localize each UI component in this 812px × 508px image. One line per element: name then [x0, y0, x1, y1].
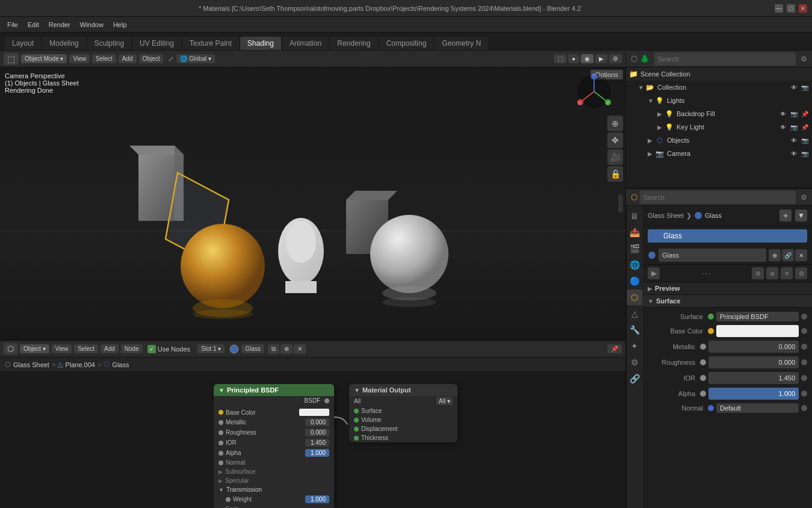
camera-item[interactable]: ▶ 📷 Camera 👁 📷	[626, 147, 812, 160]
maximize-button[interactable]: □	[787, 4, 795, 13]
viewport-3d[interactable]: Camera Perspective (1) Objects | Glass S…	[0, 67, 625, 339]
normal-prop-value[interactable]: Default	[716, 403, 799, 413]
close-button[interactable]: ✕	[799, 4, 807, 13]
viewport-overlay-btn[interactable]: ⬚	[554, 54, 566, 63]
mat-add-button[interactable]: +	[779, 209, 792, 221]
output-props-tab[interactable]: 📤	[627, 225, 642, 240]
node-add-menu[interactable]: Add	[101, 344, 119, 353]
backdrop-fill-item[interactable]: ▶ 💡 Backdrop Fill 👁 📷 📌	[626, 107, 812, 120]
camera-visible-icon[interactable]: 👁	[789, 149, 799, 158]
alpha-prop-input[interactable]	[708, 388, 799, 400]
key-light-arrow[interactable]: ▶	[657, 124, 665, 131]
scene-props-tab[interactable]: 🌐	[627, 257, 642, 273]
objects-visible-icon[interactable]: 👁	[789, 135, 799, 145]
lights-item[interactable]: ▼ 💡 Lights	[626, 94, 812, 107]
camera-render-icon[interactable]: 📷	[800, 149, 810, 158]
pan-btn[interactable]: ✥	[607, 132, 623, 148]
mat-filter-btn[interactable]: ⚙	[795, 267, 807, 279]
outliner-filter-icon[interactable]: ⚙	[801, 55, 807, 63]
mat-copy2-btn[interactable]: ⊕	[766, 267, 778, 279]
material-dropdown[interactable]: Glass	[241, 344, 264, 353]
modifier-props-tab[interactable]: 🔧	[627, 322, 642, 338]
roughness-prop-input[interactable]	[708, 356, 799, 368]
select-menu[interactable]: Select	[92, 54, 116, 63]
mat-delete2-btn[interactable]: ✕	[781, 267, 793, 279]
collection-item[interactable]: ▼ 📂 Collection 👁 📷	[626, 81, 812, 94]
objects-item[interactable]: ▶ ⬡ Objects 👁 📷	[626, 134, 812, 147]
metallic-prop-input[interactable]	[708, 341, 799, 353]
collection-arrow[interactable]: ▼	[638, 84, 645, 91]
viewport-shading-btn[interactable]: ●	[568, 54, 579, 63]
viewport-anim-controls[interactable]: ▶	[595, 54, 607, 63]
props-filter-icon[interactable]: ⚙	[801, 193, 807, 202]
view-layer-props-tab[interactable]: 🎬	[627, 241, 642, 256]
properties-search-input[interactable]	[640, 191, 796, 204]
base-color-prop-field[interactable]	[716, 325, 799, 337]
slot-dropdown[interactable]: Slot 1 ▾	[197, 344, 225, 353]
pin-btn[interactable]: 📌	[607, 344, 622, 353]
lights-arrow[interactable]: ▼	[648, 98, 655, 104]
bc-part2[interactable]: Plane.004	[65, 361, 95, 368]
menu-edit[interactable]: Edit	[23, 20, 44, 29]
tab-geometry-nodes[interactable]: Geometry N	[435, 37, 488, 50]
specular-section[interactable]: ▶ Specular	[214, 476, 334, 485]
backdrop-pin-icon[interactable]: 📌	[800, 109, 810, 119]
backdrop-visible-icon[interactable]: 👁	[778, 109, 788, 119]
mat-settings-btn[interactable]: ⚙	[752, 267, 764, 279]
physics-props-tab[interactable]: ⚙	[627, 355, 642, 370]
node-select-menu[interactable]: Select	[74, 344, 98, 353]
lock-btn[interactable]: 🔒	[607, 166, 623, 182]
transform-dropdown[interactable]: 🌐 Global ▾	[176, 54, 214, 63]
weight-val[interactable]: 1.000	[305, 495, 329, 503]
menu-help[interactable]: Help	[108, 20, 132, 29]
ior-prop-input[interactable]	[708, 372, 799, 384]
tab-modeling[interactable]: Modeling	[42, 37, 86, 50]
mat-copy-btn[interactable]: ⊕	[769, 249, 781, 261]
render-props-tab[interactable]: 🖥	[627, 208, 642, 224]
viewport-rendered-btn[interactable]: ◉	[581, 54, 594, 63]
collection-render-icon[interactable]: 📷	[800, 82, 810, 92]
camera-btn[interactable]: 🎥	[607, 149, 623, 165]
slot-link-btn[interactable]: ⧉	[268, 344, 279, 354]
alpha-val[interactable]: 1.000	[305, 449, 329, 457]
use-nodes-checkbox[interactable]: ✓	[147, 345, 156, 353]
objects-arrow[interactable]: ▶	[648, 137, 655, 144]
mat-down-btn[interactable]: ▼	[795, 209, 807, 221]
node-canvas[interactable]: ▼ Principled BSDF BSDF Base Color	[0, 372, 625, 508]
constraints-props-tab[interactable]: 🔗	[627, 371, 642, 386]
minimize-button[interactable]: —	[775, 4, 783, 13]
axis-gizmo[interactable]: Z X Y	[576, 73, 612, 110]
object-mode-dropdown[interactable]: Object Mode ▾	[21, 54, 67, 63]
node-view-menu[interactable]: View	[52, 344, 72, 353]
coat-section[interactable]: ▶ Coat	[214, 504, 334, 508]
backdrop-arrow[interactable]: ▶	[657, 111, 665, 117]
tab-layout[interactable]: Layout	[5, 37, 41, 50]
preview-section-header[interactable]: ▶ Preview	[643, 282, 812, 295]
tab-uv-editing[interactable]: UV Editing	[132, 37, 181, 50]
tab-compositing[interactable]: Compositing	[379, 37, 434, 50]
node-node-menu[interactable]: Node	[121, 344, 143, 353]
viewport-panel-handle[interactable]	[618, 194, 623, 212]
transmission-section[interactable]: ▼ Transmission	[214, 485, 334, 494]
tab-shading[interactable]: Shading	[240, 37, 281, 50]
bc-part1[interactable]: Glass Sheet	[13, 361, 49, 368]
menu-window[interactable]: Window	[75, 20, 108, 29]
outliner-search-input[interactable]	[654, 52, 796, 66]
tab-rendering[interactable]: Rendering	[330, 37, 377, 50]
bc-part3[interactable]: Glass	[112, 361, 129, 368]
surface-section-header[interactable]: ▼ Surface	[643, 295, 812, 308]
key-light-visible-icon[interactable]: 👁	[778, 122, 788, 132]
viewport-options-btn[interactable]: ⚙	[609, 54, 622, 63]
view-menu[interactable]: View	[69, 54, 90, 63]
key-light-pin-icon[interactable]: 📌	[800, 122, 810, 132]
object-props-tab[interactable]: △	[627, 306, 642, 321]
mat-link-btn[interactable]: 🔗	[782, 249, 794, 261]
tab-texture-paint[interactable]: Texture Paint	[182, 37, 239, 50]
mat-delete-btn[interactable]: ✕	[795, 249, 807, 261]
backdrop-render-icon[interactable]: 📷	[789, 109, 799, 119]
key-light-item[interactable]: ▶ 💡 Key Light 👁 📷 📌	[626, 120, 812, 134]
scene-collection-item[interactable]: 📁 Scene Collection	[626, 67, 812, 81]
node-object-dropdown[interactable]: Object ▾	[20, 344, 49, 353]
mat-play-btn[interactable]: ▶	[648, 267, 660, 279]
particles-props-tab[interactable]: ✦	[627, 338, 642, 354]
